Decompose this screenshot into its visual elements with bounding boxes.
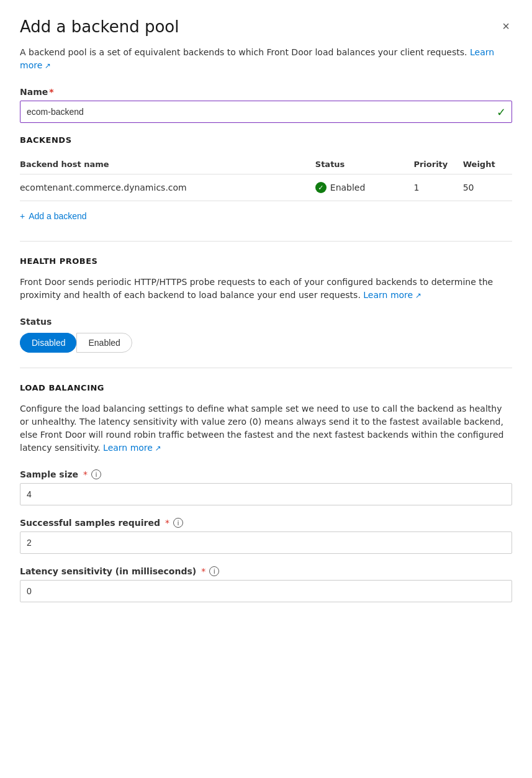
latency-field-group: Latency sensitivity (in milliseconds) * … [20, 566, 512, 602]
successful-samples-required-star: * [165, 518, 169, 528]
load-balancing-heading: LOAD BALANCING [20, 383, 512, 392]
successful-samples-label: Successful samples required [20, 518, 160, 528]
latency-label-group: Latency sensitivity (in milliseconds) * … [20, 566, 512, 576]
backend-hostname: ecomtenant.commerce.dynamics.com [20, 174, 315, 201]
latency-label: Latency sensitivity (in milliseconds) [20, 566, 196, 576]
add-backend-pool-panel: Add a backend pool × A backend pool is a… [0, 0, 532, 640]
load-balancing-section: LOAD BALANCING Configure the load balanc… [20, 383, 512, 602]
sample-size-label-group: Sample size * i [20, 469, 512, 479]
col-hostname-header: Backend host name [20, 155, 315, 174]
name-required-star: * [49, 87, 53, 97]
backends-section: BACKENDS Backend host name Status Priori… [20, 135, 512, 226]
latency-required-star: * [201, 566, 205, 576]
health-probes-heading: HEALTH PROBES [20, 256, 512, 266]
sample-size-required-star: * [83, 469, 88, 479]
panel-header: Add a backend pool × [20, 17, 512, 36]
backends-section-heading: BACKENDS [20, 135, 512, 145]
health-probes-status-label: Status [20, 317, 512, 327]
sample-size-info-icon[interactable]: i [91, 469, 101, 479]
latency-info-icon[interactable]: i [209, 566, 219, 576]
name-check-icon: ✓ [497, 106, 506, 119]
sample-size-label: Sample size [20, 469, 78, 479]
col-weight-header: Weight [463, 155, 512, 174]
sample-size-field-group: Sample size * i [20, 469, 512, 505]
close-button[interactable]: × [500, 17, 512, 35]
health-probes-learn-more-link[interactable]: Learn more [363, 290, 422, 300]
successful-samples-field-group: Successful samples required * i [20, 518, 512, 554]
backends-table: Backend host name Status Priority Weight… [20, 155, 512, 201]
panel-description: A backend pool is a set of equivalent ba… [20, 46, 512, 72]
status-enabled-indicator: Enabled [315, 182, 407, 193]
toggle-enabled-button[interactable]: Enabled [76, 333, 132, 353]
sample-size-input[interactable] [20, 483, 512, 505]
successful-samples-label-group: Successful samples required * i [20, 518, 512, 528]
backend-priority: 1 [413, 174, 462, 201]
name-field-group: Name* ✓ [20, 87, 512, 123]
add-backend-button[interactable]: + Add a backend [20, 206, 87, 226]
name-label: Name* [20, 87, 512, 97]
successful-samples-input[interactable] [20, 531, 512, 554]
section-divider-2 [20, 368, 512, 368]
table-row: ecomtenant.commerce.dynamics.com Enabled… [20, 174, 512, 201]
panel-title: Add a backend pool [20, 17, 179, 36]
col-status-header: Status [315, 155, 414, 174]
successful-samples-info-icon[interactable]: i [173, 518, 183, 528]
name-input-wrapper: ✓ [20, 101, 512, 123]
name-input[interactable] [20, 101, 512, 123]
health-probes-toggle-group: Disabled Enabled [20, 333, 132, 353]
section-divider-1 [20, 241, 512, 242]
latency-input[interactable] [20, 580, 512, 602]
health-probes-status-group: Status Disabled Enabled [20, 317, 512, 353]
health-probes-section: HEALTH PROBES Front Door sends periodic … [20, 256, 512, 353]
load-balancing-learn-more-link[interactable]: Learn more [103, 443, 161, 453]
backend-weight: 50 [463, 174, 512, 201]
health-probes-toggle-wrapper: Disabled Enabled [20, 333, 512, 353]
load-balancing-description: Configure the load balancing settings to… [20, 402, 512, 455]
status-enabled-icon [315, 182, 327, 193]
backend-status: Enabled [315, 174, 414, 201]
col-priority-header: Priority [413, 155, 462, 174]
toggle-disabled-button[interactable]: Disabled [20, 333, 76, 353]
health-probes-description: Front Door sends periodic HTTP/HTTPS pro… [20, 276, 512, 302]
add-icon: + [20, 211, 25, 221]
backends-table-header-row: Backend host name Status Priority Weight [20, 155, 512, 174]
